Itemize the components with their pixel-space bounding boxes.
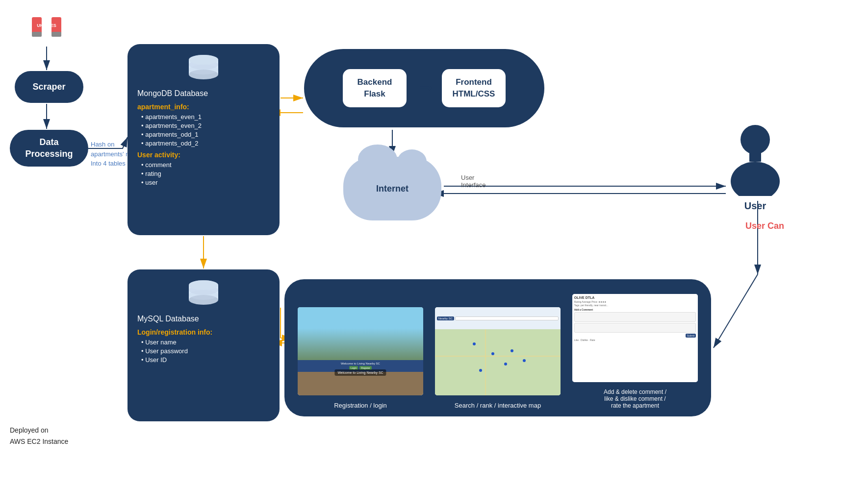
mongodb-collection-title: apartment_info: [137, 103, 270, 111]
mongodb-activity-3: user [141, 179, 270, 186]
svg-rect-20 [32, 32, 42, 37]
mysql-login-title: Login/registration info: [137, 328, 270, 336]
mongodb-item-2: apartments_even_2 [141, 122, 270, 129]
mysql-db-icon [137, 279, 270, 311]
mysql-box: MySQL Database Login/registration info: … [128, 269, 280, 421]
architecture-diagram: UHOMES Scraper DataProcessing Hash on ap… [0, 0, 868, 486]
deployed-label: Deployed on AWS EC2 Instance [10, 425, 68, 447]
svg-point-33 [189, 290, 218, 300]
svg-point-27 [189, 65, 218, 74]
feature-comment-label: Add & delete comment / like & dislike co… [604, 389, 666, 409]
search-screenshot: Nearby SC [435, 307, 561, 395]
feature-comment: OLIVE DTLA Rating Average Price: ★★★★Tag… [569, 294, 701, 409]
hash-line3: Into 4 tables [91, 160, 126, 167]
feature-registration-label: Registration / login [334, 402, 387, 409]
registration-mockup: Welcome to Living Nearby SC Login Regist… [298, 307, 424, 395]
user-silhouette-svg [726, 122, 785, 196]
mysql-title: MySQL Database [137, 315, 270, 323]
svg-line-16 [714, 274, 758, 348]
internet-label: Internet [376, 184, 408, 194]
mysql-cylinder-svg [186, 279, 221, 309]
mongodb-item-4: apartments_odd_2 [141, 140, 270, 147]
frontend-label-2: HTML/CSS [452, 88, 496, 100]
svg-rect-37 [749, 152, 761, 162]
feature-search: Nearby SC [432, 307, 564, 409]
data-processing-label: DataProcessing [25, 137, 73, 160]
user-can-label: User Can [745, 220, 784, 232]
features-box: Welcome to Living Nearby SC Login Regist… [284, 279, 711, 416]
svg-point-28 [189, 55, 218, 65]
mongodb-activity-2: rating [141, 170, 270, 177]
svg-point-36 [731, 162, 780, 196]
svg-point-34 [189, 280, 218, 290]
deployed-line1: Deployed on [10, 426, 49, 434]
map-mockup: Nearby SC [435, 307, 561, 395]
mongodb-cylinder-svg [186, 54, 221, 83]
backend-label-2: Flask [353, 88, 397, 100]
ui-label-right: UserInterface [461, 174, 486, 189]
mongodb-item-3: apartments_odd_1 [141, 131, 270, 138]
data-processing-node: DataProcessing [10, 130, 88, 167]
scraper-label: Scraper [32, 82, 65, 92]
uhomes-icon-svg: UHOMES [29, 15, 64, 44]
user-can-text: User Can [745, 221, 784, 231]
mongodb-title: MongoDB Database [137, 89, 270, 98]
mongodb-box: MongoDB Database apartment_info: apartme… [128, 44, 280, 235]
registration-screenshot: Welcome to Living Nearby SC Login Regist… [298, 307, 424, 395]
user-figure: User [726, 122, 785, 212]
mysql-field-2: User password [141, 347, 270, 355]
internet-cloud: Internet [343, 157, 441, 220]
backend-label-1: Backend [353, 76, 397, 88]
detail-mockup: OLIVE DTLA Rating Average Price: ★★★★Tag… [572, 294, 698, 382]
scraper-node: Scraper [15, 71, 83, 103]
mysql-field-1: User name [141, 339, 270, 346]
frontend-label-1: Frontend [452, 76, 496, 88]
hash-line1: Hash on [91, 141, 114, 148]
feature-search-label: Search / rank / interactive map [455, 402, 541, 409]
mysql-field-3: User ID [141, 356, 270, 364]
mongodb-activity-1: comment [141, 161, 270, 169]
feature-registration: Welcome to Living Nearby SC Login Regist… [294, 307, 427, 409]
svg-rect-21 [51, 32, 61, 37]
frontend-box: Frontend HTML/CSS [442, 69, 506, 107]
comment-screenshot: OLIVE DTLA Rating Average Price: ★★★★Tag… [572, 294, 698, 382]
mongodb-item-1: apartments_even_1 [141, 113, 270, 121]
mongodb-activity-title: User activity: [137, 151, 270, 159]
svg-point-35 [740, 125, 770, 154]
bf-arrow: ⟺ [416, 82, 432, 95]
backend-frontend-box: Backend Flask ⟺ Frontend HTML/CSS [304, 49, 544, 127]
svg-text:UHOMES: UHOMES [37, 23, 56, 28]
deployed-line2: AWS EC2 Instance [10, 437, 68, 445]
backend-box: Backend Flask [343, 69, 407, 107]
mongodb-db-icon [137, 54, 270, 85]
user-label: User [726, 200, 785, 212]
uhomes-logo: UHOMES [29, 15, 64, 46]
